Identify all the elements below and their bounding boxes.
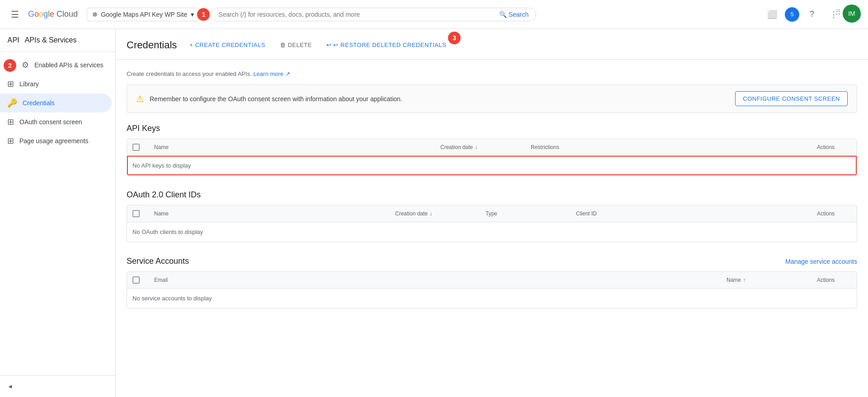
api-keys-table: Name Creation date ↓ Restrictions Action… [127, 139, 857, 176]
im-avatar[interactable]: IM [843, 5, 861, 23]
sidebar: API APIs & Services 2 ⚙ Enabled APIs & s… [0, 29, 116, 397]
configure-consent-screen-button[interactable]: CONFIGURE CONSENT SCREEN [735, 91, 848, 106]
project-dot [93, 12, 97, 17]
main-content: Credentials + CREATE CREDENTIALS 🗑 DELET… [116, 29, 868, 397]
page-usage-icon: ⊞ [7, 136, 14, 146]
credentials-icon: 🔑 [7, 98, 17, 108]
col-creation-date[interactable]: Creation date ↓ [390, 210, 480, 217]
sidebar-item-label: OAuth consent screen [19, 118, 82, 126]
external-link-icon: ↗ [285, 70, 290, 77]
learn-more-link[interactable]: Learn more ↗ [253, 70, 290, 77]
project-dropdown-icon: ▾ [191, 11, 194, 18]
api-icon: API [7, 36, 19, 44]
service-accounts-table: Email Name ↑ Actions No service accounts… [127, 271, 857, 308]
api-keys-table-header: Name Creation date ↓ Restrictions Action… [127, 139, 857, 156]
col-restrictions: Restrictions [525, 144, 811, 151]
sidebar-item-label: Page usage agreements [19, 137, 89, 145]
restore-icon: ↩ [326, 42, 332, 48]
col-name: Name [149, 144, 435, 151]
content-body: Create credentials to access your enable… [116, 60, 868, 334]
collapse-icon: ◄ [7, 383, 13, 390]
sort-arrow-icon: ↓ [429, 210, 432, 217]
select-all-oauth-checkbox[interactable] [132, 210, 140, 217]
project-name: Google Maps API Key WP Site [101, 11, 187, 18]
restore-deleted-button[interactable]: 3 ↩ ↩ RESTORE DELETED CREDENTIALS [321, 38, 452, 52]
col-name: Name [149, 210, 390, 217]
api-keys-empty-row: No API keys to display [127, 156, 857, 175]
logo-text: Google Cloud [28, 9, 78, 19]
service-accounts-table-header: Email Name ↑ Actions [127, 272, 857, 289]
navbar: ☰ Google Cloud Google Maps API Key WP Si… [0, 0, 868, 29]
sort-arrow-icon: ↑ [743, 277, 745, 283]
sidebar-item-page-usage[interactable]: ⊞ Page usage agreements [0, 131, 112, 150]
notification-badge[interactable]: 5 [785, 7, 799, 22]
delete-button[interactable]: 🗑 DELETE [274, 38, 317, 52]
annotation-badge-1: 1 [197, 8, 210, 21]
oauth-section: OAuth 2.0 Client IDs Name Creation date … [127, 190, 857, 242]
page-title: Credentials [127, 39, 177, 51]
create-credentials-button[interactable]: + CREATE CREDENTIALS [184, 38, 271, 52]
sidebar-title: APIs & Services [25, 36, 77, 44]
col-actions: Actions [811, 210, 857, 217]
annotation-badge-3: 3 [448, 32, 461, 44]
search-input[interactable] [218, 11, 495, 18]
project-selector[interactable]: Google Maps API Key WP Site ▾ [87, 8, 200, 21]
enabled-apis-icon: ⚙ [22, 60, 29, 70]
search-button[interactable]: 🔍 Search [499, 11, 528, 18]
oauth-empty-row: No OAuth clients to display [127, 222, 857, 242]
search-icon: 🔍 [499, 11, 507, 18]
delete-label: DELETE [288, 42, 312, 48]
sidebar-item-enabled-apis[interactable]: ⚙ Enabled APIs & services [0, 56, 112, 75]
sidebar-item-oauth-consent[interactable]: ⊞ OAuth consent screen [0, 112, 112, 131]
sidebar-collapse[interactable]: ◄ [0, 375, 115, 397]
oauth-consent-icon: ⊞ [7, 117, 14, 127]
sidebar-item-label: Credentials [23, 99, 55, 107]
page-header: Credentials + CREATE CREDENTIALS 🗑 DELET… [116, 29, 868, 60]
sidebar-item-library[interactable]: ⊞ Library [0, 75, 112, 93]
col-actions: Actions [811, 276, 857, 284]
col-client-id: Client ID [571, 210, 811, 217]
warning-left: ⚠ Remember to configure the OAuth consen… [136, 93, 402, 104]
col-checkbox [127, 210, 149, 217]
manage-service-accounts-link[interactable]: Manage service accounts [785, 258, 857, 265]
header-actions: + CREATE CREDENTIALS 🗑 DELETE 3 ↩ ↩ REST… [184, 38, 452, 52]
create-credentials-label: + CREATE CREDENTIALS [189, 42, 265, 48]
select-all-checkbox[interactable] [132, 144, 140, 151]
oauth-empty-message: No OAuth clients to display [127, 222, 857, 242]
grid-dots-icon[interactable]: ⠿ [835, 8, 841, 17]
api-keys-empty-message: No API keys to display [127, 156, 857, 175]
select-all-sa-checkbox[interactable] [132, 276, 140, 284]
col-type: Type [480, 210, 571, 217]
service-accounts-empty-message: No service accounts to display [127, 289, 857, 308]
oauth-table: Name Creation date ↓ Type Client ID [127, 205, 857, 242]
col-creation-date[interactable]: Creation date ↓ [435, 144, 525, 151]
oauth-title: OAuth 2.0 Client IDs [127, 190, 857, 200]
sidebar-item-label: Enabled APIs & services [34, 61, 104, 69]
library-icon: ⊞ [7, 79, 14, 89]
oauth-table-header: Name Creation date ↓ Type Client ID [127, 206, 857, 222]
col-name[interactable]: Name ↑ [721, 276, 811, 284]
sidebar-item-credentials[interactable]: 🔑 Credentials [0, 93, 112, 112]
menu-icon[interactable]: ☰ [7, 5, 23, 23]
annotation-badge-2: 2 [4, 59, 16, 72]
service-accounts-empty-row: No service accounts to display [127, 289, 857, 308]
warning-banner: ⚠ Remember to configure the OAuth consen… [127, 84, 857, 113]
col-actions: Actions [811, 144, 857, 151]
google-cloud-logo: Google Cloud [28, 9, 78, 19]
sidebar-header: API APIs & Services [0, 29, 115, 52]
col-checkbox [127, 276, 149, 284]
help-icon-btn[interactable]: ? [803, 5, 821, 23]
col-email: Email [149, 276, 721, 284]
sidebar-nav: 2 ⚙ Enabled APIs & services ⊞ Library 🔑 … [0, 52, 115, 154]
info-text: Create credentials to access your enable… [127, 70, 857, 77]
search-bar: 🔍 Search [211, 8, 536, 21]
service-accounts-title: Service Accounts [127, 257, 189, 266]
console-icon-btn[interactable]: ⬜ [763, 5, 781, 23]
api-keys-section: API Keys Name Creation date ↓ [127, 124, 857, 176]
warning-text: Remember to configure the OAuth consent … [150, 95, 402, 103]
main-layout: API APIs & Services 2 ⚙ Enabled APIs & s… [0, 29, 868, 397]
service-accounts-section: Service Accounts Manage service accounts… [127, 257, 857, 308]
col-checkbox [127, 144, 149, 151]
delete-icon: 🗑 [280, 42, 286, 48]
warning-icon: ⚠ [136, 93, 144, 104]
